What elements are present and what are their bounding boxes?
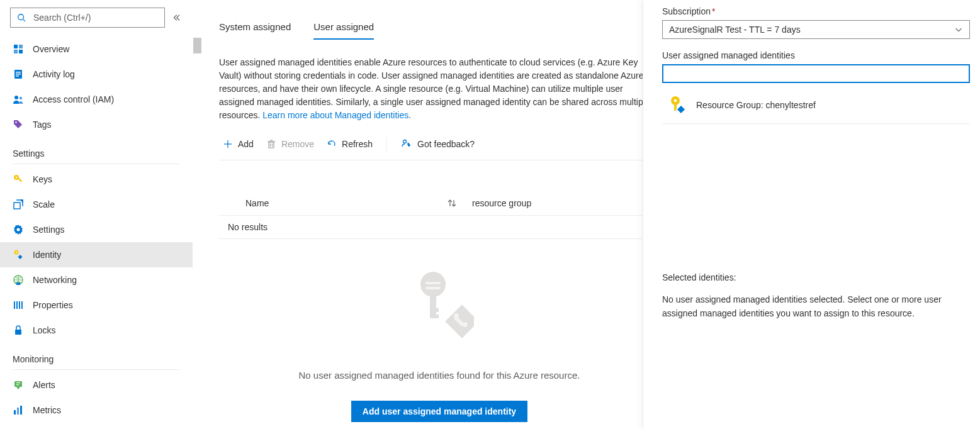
svg-rect-48: [430, 308, 439, 312]
metrics-icon: [13, 404, 24, 416]
button-label: Add: [238, 139, 254, 149]
sidebar: Overview Activity log Access control (IA…: [0, 0, 193, 429]
svg-point-55: [674, 99, 677, 102]
sidebar-item-locks[interactable]: Locks: [0, 318, 193, 343]
overview-icon: [13, 43, 24, 55]
svg-rect-28: [14, 381, 22, 387]
sidebar-item-label: Properties: [33, 300, 73, 310]
learn-more-link[interactable]: Learn more about Managed identities: [262, 110, 408, 120]
settings-icon: [13, 224, 24, 235]
svg-rect-33: [20, 406, 22, 415]
add-button[interactable]: Add: [219, 136, 257, 152]
collapse-sidebar-button[interactable]: [170, 11, 183, 24]
sidebar-item-label: Alerts: [33, 380, 55, 390]
empty-state: No user assigned managed identities foun…: [219, 264, 660, 422]
sidebar-item-identity[interactable]: Identity: [0, 242, 193, 267]
sidebar-heading-monitoring: Monitoring: [0, 345, 193, 367]
svg-point-11: [20, 97, 22, 99]
sidebar-item-metrics[interactable]: Metrics: [0, 398, 193, 423]
col-name[interactable]: Name: [245, 198, 447, 208]
dropdown-value: AzureSignalR Test - TTL = 7 days: [669, 25, 801, 35]
uami-search-input[interactable]: [662, 64, 970, 83]
svg-rect-24: [16, 301, 18, 309]
sidebar-item-activity-log[interactable]: Activity log: [0, 62, 193, 87]
svg-rect-7: [16, 72, 21, 73]
sidebar-item-label: Keys: [33, 174, 52, 184]
svg-rect-29: [16, 382, 20, 383]
chevron-down-icon: [954, 25, 963, 34]
sidebar-item-label: Networking: [33, 275, 77, 285]
activity-log-icon: [13, 69, 24, 80]
col-resource-group[interactable]: resource group: [472, 198, 531, 208]
sidebar-item-iam[interactable]: Access control (IAM): [0, 87, 193, 112]
svg-rect-3: [19, 45, 23, 48]
selected-identities-description: No user assigned managed identities sele…: [662, 292, 970, 320]
svg-rect-57: [677, 105, 685, 114]
search-icon: [16, 12, 27, 23]
no-results-row: No results: [219, 216, 660, 239]
svg-rect-9: [16, 75, 19, 77]
search-input[interactable]: [32, 12, 159, 23]
plus-icon: [223, 139, 233, 149]
svg-rect-26: [21, 301, 23, 309]
sidebar-item-label: Overview: [33, 44, 69, 54]
keys-icon: [13, 174, 24, 185]
toolbar: Add Remove Refresh Got feedback?: [219, 136, 660, 160]
alerts-icon: [13, 379, 24, 391]
sidebar-heading-settings: Settings: [0, 140, 193, 161]
tab-system-assigned[interactable]: System assigned: [219, 21, 291, 40]
svg-rect-46: [425, 287, 441, 289]
svg-rect-4: [14, 50, 18, 53]
sidebar-item-tags[interactable]: Tags: [0, 112, 193, 137]
identity-icon: [668, 96, 686, 114]
svg-rect-30: [16, 384, 19, 385]
sidebar-item-properties[interactable]: Properties: [0, 292, 193, 318]
sidebar-item-label: Access control (IAM): [33, 94, 114, 104]
search-box[interactable]: [10, 8, 165, 28]
svg-point-17: [17, 228, 20, 231]
svg-line-1: [23, 20, 26, 22]
button-label: Remove: [281, 139, 314, 149]
svg-rect-15: [18, 178, 23, 182]
iam-icon: [13, 94, 24, 105]
properties-icon: [13, 299, 24, 311]
feedback-icon: [401, 138, 412, 150]
svg-rect-5: [19, 50, 23, 53]
selected-identities-heading: Selected identities:: [662, 272, 970, 282]
add-user-assigned-button[interactable]: Add user assigned managed identity: [351, 401, 527, 422]
sidebar-item-label: Locks: [33, 325, 56, 335]
svg-rect-25: [19, 301, 20, 309]
resource-group-item[interactable]: Resource Group: chenyltestref: [662, 91, 970, 124]
sidebar-item-overview[interactable]: Overview: [0, 36, 193, 62]
identity-icon: [13, 249, 24, 260]
refresh-button[interactable]: Refresh: [323, 136, 376, 152]
uami-label: User assigned managed identities: [662, 50, 970, 60]
sidebar-item-keys[interactable]: Keys: [0, 167, 193, 192]
button-label: Got feedback?: [417, 139, 475, 149]
tab-user-assigned[interactable]: User assigned: [313, 21, 374, 40]
sidebar-item-label: Tags: [33, 120, 52, 130]
feedback-button[interactable]: Got feedback?: [397, 136, 478, 152]
button-label: Refresh: [342, 139, 373, 149]
sidebar-item-label: Metrics: [33, 405, 61, 415]
svg-rect-16: [14, 203, 20, 209]
identity-large-icon: [405, 264, 474, 340]
svg-rect-31: [14, 410, 16, 415]
remove-button: Remove: [262, 136, 318, 152]
svg-rect-8: [16, 74, 21, 75]
svg-rect-23: [14, 301, 15, 309]
locks-icon: [13, 325, 24, 336]
svg-point-14: [16, 177, 18, 179]
refresh-icon: [327, 139, 337, 149]
sidebar-item-scale[interactable]: Scale: [0, 192, 193, 217]
sidebar-item-label: Identity: [33, 250, 61, 260]
sidebar-item-settings[interactable]: Settings: [0, 217, 193, 242]
subscription-dropdown[interactable]: AzureSignalR Test - TTL = 7 days: [662, 20, 970, 39]
subscription-label: Subscription*: [662, 6, 970, 16]
networking-icon: [13, 274, 24, 286]
sidebar-item-label: Settings: [33, 225, 65, 235]
sort-icon[interactable]: [447, 198, 472, 208]
tabs: System assigned User assigned: [219, 21, 660, 40]
sidebar-item-alerts[interactable]: Alerts: [0, 372, 193, 398]
sidebar-item-networking[interactable]: Networking: [0, 267, 193, 292]
